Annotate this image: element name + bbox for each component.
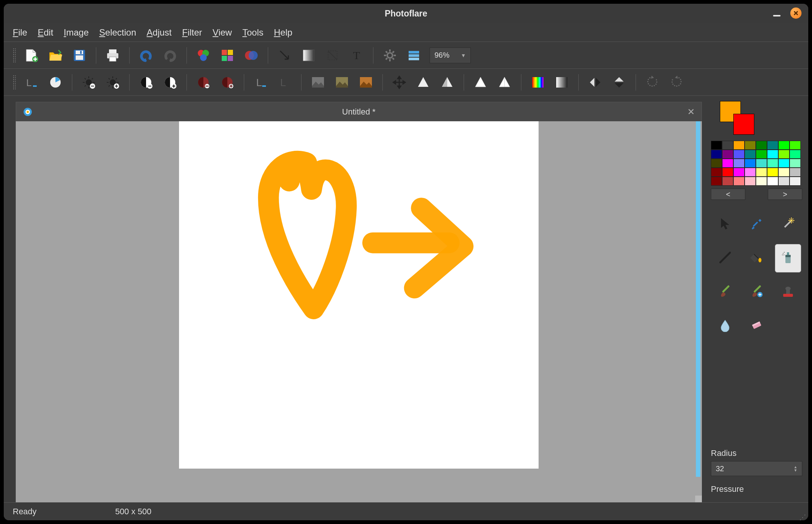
new-file-button[interactable]: [23, 47, 40, 64]
contrast-up-button[interactable]: [162, 74, 178, 91]
zoom-combo[interactable]: 96% ▼: [430, 48, 471, 63]
crop-button[interactable]: [324, 47, 341, 64]
palette-cell[interactable]: [722, 141, 733, 150]
menu-tools[interactable]: Tools: [242, 27, 263, 38]
palette-cell[interactable]: [778, 168, 790, 177]
flip-vertical-button[interactable]: [611, 74, 627, 91]
palette-cell[interactable]: [778, 177, 790, 186]
filter-sepia-button[interactable]: [334, 74, 350, 91]
palette-cell[interactable]: [722, 168, 733, 177]
tool-brush[interactable]: [712, 278, 738, 306]
palette-cell[interactable]: [767, 168, 778, 177]
brightness-up-button[interactable]: [104, 74, 121, 91]
channels-button[interactable]: [243, 47, 260, 64]
toolbar-grip[interactable]: [13, 48, 16, 63]
filter-warm-button[interactable]: [358, 74, 374, 91]
palette-cell[interactable]: [711, 159, 722, 168]
palette-next-button[interactable]: >: [768, 189, 802, 200]
palette-cell[interactable]: [711, 177, 722, 186]
move-tool-button[interactable]: [391, 74, 407, 91]
palette-cell[interactable]: [711, 150, 722, 159]
palette-cell[interactable]: [745, 168, 756, 177]
palette-cell[interactable]: [756, 159, 767, 168]
gradient-button[interactable]: [300, 47, 317, 64]
menu-view[interactable]: View: [213, 27, 232, 38]
canvas-size-button[interactable]: [47, 74, 64, 91]
palette-cell[interactable]: [722, 159, 733, 168]
tool-clone[interactable]: [743, 278, 770, 306]
palette-cell[interactable]: [767, 141, 778, 150]
contrast-down-button[interactable]: [138, 74, 154, 91]
brightness-down-button[interactable]: [81, 74, 97, 91]
palette-cell[interactable]: [778, 141, 790, 150]
saturation-down-button[interactable]: [195, 74, 212, 91]
palette-cell[interactable]: [733, 168, 745, 177]
radius-spinbox[interactable]: 32 ▲▼: [711, 461, 802, 476]
menu-image[interactable]: Image: [64, 27, 89, 38]
document-tab[interactable]: Untitled * ✕: [16, 102, 702, 121]
palette-cell[interactable]: [745, 150, 756, 159]
rgb-balls-button[interactable]: [195, 47, 212, 64]
arrow-tool-button[interactable]: [276, 47, 293, 64]
menu-file[interactable]: File: [13, 27, 27, 38]
palette-cell[interactable]: [711, 168, 722, 177]
palette-cell[interactable]: [767, 150, 778, 159]
palette-cell[interactable]: [767, 177, 778, 186]
grayscale-dark-button[interactable]: L: [276, 74, 293, 91]
palette-cell[interactable]: [778, 159, 790, 168]
grayscale-gradient-button[interactable]: [554, 74, 570, 91]
resize-grip-icon[interactable]: ⋰: [799, 516, 806, 519]
grayscale-button[interactable]: L: [252, 74, 269, 91]
menu-adjust[interactable]: Adjust: [147, 27, 172, 38]
print-button[interactable]: [104, 47, 121, 64]
text-tool-button[interactable]: T: [348, 47, 365, 64]
canvas[interactable]: [179, 121, 539, 469]
palette-cell[interactable]: [711, 141, 722, 150]
redo-button[interactable]: [162, 47, 178, 64]
layers-button[interactable]: [406, 47, 422, 64]
palette-cell[interactable]: [756, 168, 767, 177]
menu-selection[interactable]: Selection: [99, 27, 136, 38]
undo-button[interactable]: [138, 47, 154, 64]
tool-eraser[interactable]: [743, 311, 770, 340]
palette-cell[interactable]: [767, 159, 778, 168]
tool-dropper[interactable]: [743, 210, 770, 239]
palette-cell[interactable]: [790, 168, 801, 177]
tool-paint-bucket[interactable]: [743, 244, 770, 272]
hue-button[interactable]: [530, 74, 546, 91]
menu-help[interactable]: Help: [274, 27, 292, 38]
secondary-color-swatch[interactable]: [733, 114, 754, 135]
palette-cell[interactable]: [745, 159, 756, 168]
palette-prev-button[interactable]: <: [711, 189, 745, 200]
spinbox-arrows-icon[interactable]: ▲▼: [794, 465, 797, 472]
scrollbar-thumb[interactable]: [696, 121, 700, 477]
window-minimize-button[interactable]: [773, 15, 781, 16]
palette-cell[interactable]: [756, 141, 767, 150]
palette-cell[interactable]: [733, 150, 745, 159]
document-tab-close[interactable]: ✕: [687, 107, 695, 117]
palette-cell[interactable]: [790, 177, 801, 186]
rotate-cw-button[interactable]: [668, 74, 685, 91]
triangle-outline-button[interactable]: [472, 74, 489, 91]
triangle-fill-button[interactable]: [415, 74, 431, 91]
palette-cell[interactable]: [733, 177, 745, 186]
toolbar-grip-2[interactable]: [13, 75, 16, 90]
palette-cell[interactable]: [745, 141, 756, 150]
palette-cell[interactable]: [756, 177, 767, 186]
tool-magic-wand[interactable]: [775, 210, 801, 239]
palette-cell[interactable]: [733, 159, 745, 168]
palette-cell[interactable]: [733, 141, 745, 150]
canvas-viewport[interactable]: [16, 121, 702, 502]
flip-horizontal-button[interactable]: [587, 74, 603, 91]
palette-cell[interactable]: [790, 141, 801, 150]
palette-cell[interactable]: [722, 150, 733, 159]
rotate-ccw-button[interactable]: [644, 74, 661, 91]
palette-cell[interactable]: [790, 150, 801, 159]
tool-line[interactable]: [712, 244, 738, 272]
palette-cell[interactable]: [722, 177, 733, 186]
filter-bw-button[interactable]: [310, 74, 326, 91]
open-file-button[interactable]: [47, 47, 64, 64]
tool-blur[interactable]: [712, 311, 738, 340]
swatches-button[interactable]: [219, 47, 236, 64]
triangle-half-button[interactable]: [439, 74, 455, 91]
